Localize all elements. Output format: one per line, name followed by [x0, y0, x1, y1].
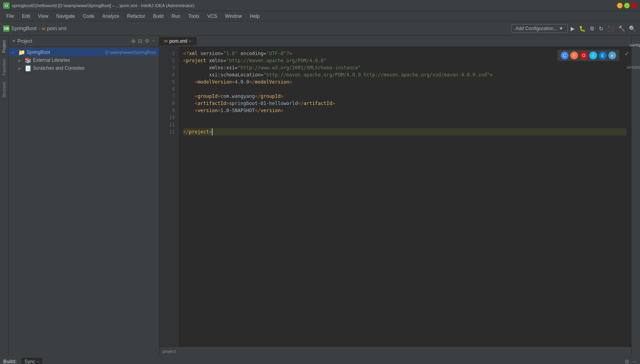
menu-refactor[interactable]: Refactor [124, 13, 148, 20]
firefox-icon[interactable]: F [570, 51, 578, 59]
menu-analyze[interactable]: Analyze [99, 13, 123, 20]
left-tab-structure[interactable]: Structure [1, 78, 7, 101]
code-line-7: <groupId>com.wangyang</groupId> [183, 93, 627, 100]
tree-arrow-ext-libs: ▶ [18, 58, 23, 63]
tree-sublabel-springboot: D:\wamp\www\SpringBoot [105, 50, 156, 55]
chrome-icon[interactable]: C [561, 51, 569, 59]
code-line-9: <version>1.0-SNAPSHOT</version> [183, 107, 627, 114]
right-sidebar: Maven Database [631, 36, 640, 355]
tree-arrow-springboot: ▾ [12, 50, 17, 55]
menu-file[interactable]: File [3, 13, 17, 20]
left-tabs: Project Favorites Structure [0, 36, 9, 355]
tree-item-external-libs[interactable]: ▶ 📚 External Libraries [9, 56, 159, 64]
menu-code[interactable]: Code [80, 13, 98, 20]
editor-path: project [163, 349, 628, 354]
tree-item-springboot[interactable]: ▾ 📁 SpringBoot D:\wamp\www\SpringBoot [9, 48, 159, 56]
left-tab-project[interactable]: Project [1, 37, 7, 56]
project-header-icons: ⊕ ⊟ ⚙ − [130, 37, 156, 45]
stop-button[interactable]: ⬛ [606, 24, 615, 33]
menu-vcs[interactable]: VCS [204, 13, 220, 20]
profile-button[interactable]: ↻ [598, 24, 605, 33]
collapse-all-icon[interactable]: ⊟ [137, 37, 143, 45]
main-layout: Project Favorites Structure ▼ Project ⊕ … [0, 36, 640, 355]
tab-close-icon[interactable]: × [189, 39, 191, 44]
menu-navigate[interactable]: Navigate [53, 13, 78, 20]
minimize-button[interactable] [617, 3, 623, 8]
left-tab-favorites[interactable]: Favorites [1, 56, 7, 78]
add-configuration-button[interactable]: Add Configuration... ▼ [511, 24, 568, 33]
folder-icon: 📁 [18, 49, 25, 55]
project-panel-header: ▼ Project ⊕ ⊟ ⚙ − [9, 36, 159, 47]
menu-build[interactable]: Build [150, 13, 167, 20]
scratches-icon: 🗒️ [25, 65, 31, 71]
build-label: Build: [3, 359, 17, 364]
code-line-10 [183, 114, 627, 121]
menu-view[interactable]: View [35, 13, 52, 20]
settings-bottom-icon[interactable]: ⚙ [624, 358, 630, 364]
editor-status: project [159, 347, 631, 355]
bottom-section: Build: Sync × ⚙ − 📌 🎯 ✓ Sync: at 2019/11… [0, 355, 640, 364]
tree-label-springboot: SpringBoot [27, 50, 102, 55]
right-tab-maven[interactable]: Maven [626, 42, 640, 49]
tree-label-scratches: Scratches and Consoles [33, 65, 156, 71]
code-line-5: <modelVersion>4.0.0</modelVersion> [183, 78, 627, 86]
code-line-11 [183, 121, 627, 128]
ie-icon[interactable]: I [589, 51, 597, 59]
project-panel: ▼ Project ⊕ ⊟ ⚙ − ▾ 📁 SpringBoot D:\wamp… [9, 36, 159, 355]
tree-arrow-scratches: ▶ [18, 66, 23, 71]
minimize-bottom-icon[interactable]: − [632, 358, 637, 364]
project-dropdown-icon: ▼ [12, 39, 16, 43]
build-project-button[interactable]: 🔨 [617, 24, 626, 33]
code-line-3: xmlns:xsi="http://www.w3.org/2001/XMLSch… [183, 64, 627, 71]
menu-help[interactable]: Help [247, 13, 263, 20]
right-tab-database[interactable]: Database [623, 65, 640, 71]
hide-panel-icon[interactable]: − [151, 37, 156, 45]
app-icon: IJ [3, 2, 10, 9]
tree-label-ext-libs: External Libraries [33, 57, 156, 63]
add-content-icon[interactable]: ⊕ [130, 37, 136, 45]
title-bar-left: IJ springboot01helloworld [D:\wamp\www\S… [3, 2, 194, 9]
code-editor[interactable]: 1 2 3 4 5 6 7 8 9 10 11 12 <?xml version… [159, 47, 631, 347]
code-line-4: xsi:schemaLocation="http://maven.apache.… [183, 71, 627, 78]
opera-icon[interactable]: O [580, 51, 588, 59]
tab-file-icon: m [164, 39, 168, 43]
library-icon: 📚 [25, 57, 31, 63]
title-bar-controls[interactable] [617, 3, 637, 8]
settings-icon[interactable]: ⚙ [144, 37, 150, 45]
project-title: ▼ Project [12, 38, 32, 44]
code-line-12: </project> [183, 128, 627, 135]
file-type-icon: m [42, 26, 46, 31]
code-line-8: <artifactId>springboot-01-helloworld</ar… [183, 100, 627, 107]
code-content[interactable]: <?xml version="1.0" encoding="UTF-8"?> <… [178, 47, 631, 347]
breadcrumb: SB SpringBoot › m pom.xml [3, 25, 509, 32]
breadcrumb-project[interactable]: SpringBoot [11, 25, 36, 31]
maximize-button[interactable] [624, 3, 630, 8]
sync-tab-close-icon[interactable]: × [37, 359, 39, 364]
menu-edit[interactable]: Edit [19, 13, 33, 20]
coverage-button[interactable]: ⚙ [588, 24, 596, 33]
browser-icons-panel: C F O I E e [558, 50, 619, 61]
edge-icon[interactable]: E [599, 51, 607, 59]
menu-run[interactable]: Run [169, 13, 184, 20]
code-line-6 [183, 86, 627, 93]
valid-indicator: ✓ [624, 50, 629, 57]
editor-tabs: m pom.xml × [159, 36, 631, 47]
search-everywhere-button[interactable]: 🔍 [628, 24, 637, 33]
run-button[interactable]: ▶ [569, 24, 576, 33]
menu-bar: File Edit View Navigate Code Analyze Ref… [0, 11, 640, 21]
debug-button[interactable]: 🐛 [578, 24, 587, 33]
toolbar: SB SpringBoot › m pom.xml Add Configurat… [0, 21, 640, 36]
toolbar-right: Add Configuration... ▼ ▶ 🐛 ⚙ ↻ ⬛ 🔨 🔍 [511, 24, 637, 33]
custom-browser-icon[interactable]: e [608, 51, 616, 59]
close-button[interactable] [631, 3, 637, 8]
breadcrumb-file[interactable]: pom.xml [47, 25, 66, 31]
editor-area: m pom.xml × 1 2 3 4 5 6 7 8 9 10 11 12 [159, 36, 631, 355]
window-title: springboot01helloworld [D:\wamp\www\Spri… [12, 3, 194, 8]
bottom-tab-sync[interactable]: Sync × [21, 358, 42, 364]
title-bar: IJ springboot01helloworld [D:\wamp\www\S… [0, 0, 640, 11]
menu-tools[interactable]: Tools [185, 13, 203, 20]
editor-tab-pom[interactable]: m pom.xml × [159, 37, 197, 46]
menu-window[interactable]: Window [222, 13, 245, 20]
project-icon: SB [3, 25, 10, 32]
tree-item-scratches[interactable]: ▶ 🗒️ Scratches and Consoles [9, 64, 159, 72]
